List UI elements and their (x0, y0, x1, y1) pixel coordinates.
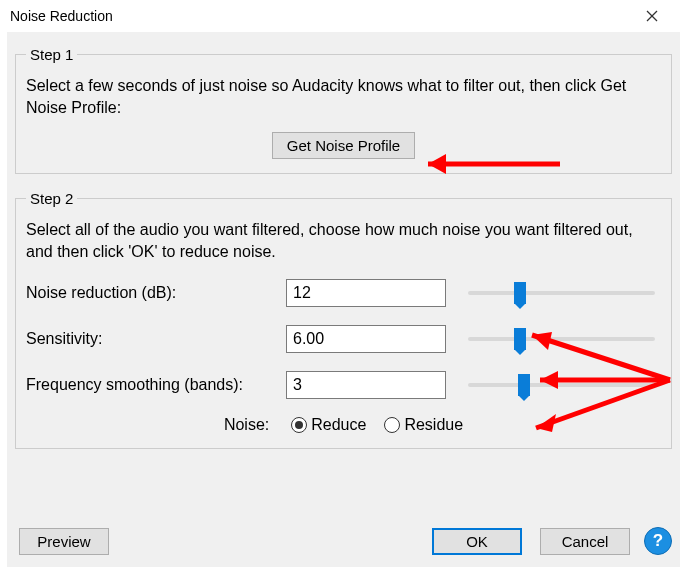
step2-legend: Step 2 (26, 190, 77, 207)
reduce-radio-label: Reduce (311, 416, 366, 434)
get-noise-profile-button[interactable]: Get Noise Profile (272, 132, 415, 159)
sensitivity-input[interactable] (286, 325, 446, 353)
step2-instruction: Select all of the audio you want filtere… (26, 219, 661, 262)
frequency-smoothing-label: Frequency smoothing (bands): (26, 376, 286, 394)
noise-reduction-row: Noise reduction (dB): (26, 278, 661, 308)
help-icon: ? (653, 531, 663, 551)
close-button[interactable] (632, 2, 672, 30)
radio-icon (291, 417, 307, 433)
noise-radio-row: Noise: Reduce Residue (26, 416, 661, 434)
help-button[interactable]: ? (644, 527, 672, 555)
slider-track (468, 337, 655, 341)
window-title: Noise Reduction (10, 8, 113, 24)
slider-thumb[interactable] (518, 374, 530, 396)
titlebar: Noise Reduction (0, 0, 680, 32)
dialog-content: Step 1 Select a few seconds of just nois… (7, 32, 680, 567)
slider-track (468, 383, 655, 387)
sensitivity-row: Sensitivity: (26, 324, 661, 354)
step2-group: Step 2 Select all of the audio you want … (15, 190, 672, 449)
residue-radio[interactable]: Residue (384, 416, 463, 434)
radio-icon (384, 417, 400, 433)
noise-reduction-label: Noise reduction (dB): (26, 284, 286, 302)
noise-reduction-input[interactable] (286, 279, 446, 307)
sensitivity-slider[interactable] (468, 328, 655, 350)
reduce-radio[interactable]: Reduce (291, 416, 366, 434)
cancel-button[interactable]: Cancel (540, 528, 630, 555)
slider-thumb[interactable] (514, 282, 526, 304)
frequency-smoothing-row: Frequency smoothing (bands): (26, 370, 661, 400)
noise-reduction-slider[interactable] (468, 282, 655, 304)
step1-group: Step 1 Select a few seconds of just nois… (15, 46, 672, 174)
sensitivity-label: Sensitivity: (26, 330, 286, 348)
slider-track (468, 291, 655, 295)
step1-legend: Step 1 (26, 46, 77, 63)
residue-radio-label: Residue (404, 416, 463, 434)
step1-instruction: Select a few seconds of just noise so Au… (26, 75, 661, 118)
close-icon (646, 10, 658, 22)
noise-radio-label: Noise: (224, 416, 269, 434)
frequency-smoothing-slider[interactable] (468, 374, 655, 396)
frequency-smoothing-input[interactable] (286, 371, 446, 399)
preview-button[interactable]: Preview (19, 528, 109, 555)
ok-button[interactable]: OK (432, 528, 522, 555)
slider-thumb[interactable] (514, 328, 526, 350)
dialog-footer: Preview OK Cancel ? (19, 527, 672, 555)
